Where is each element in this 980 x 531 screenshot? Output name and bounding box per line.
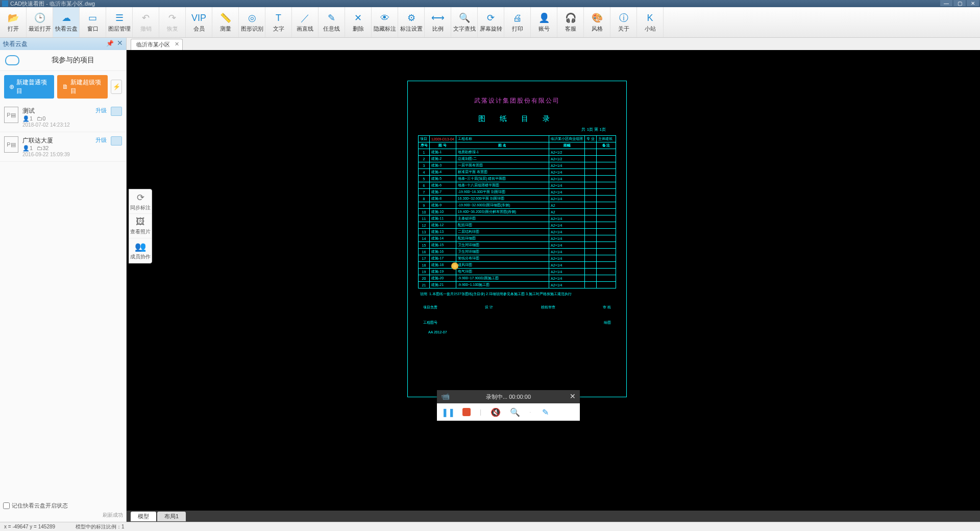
canvas[interactable]: 武落设计集团股份有限公司 图 纸 目 录 共 1页 第 1页 项目12009-D… — [127, 50, 980, 511]
refresh-status: 刷新成功 — [3, 512, 123, 519]
tool-delete[interactable]: ✕删除 — [345, 7, 372, 37]
screen-recorder[interactable]: 📹 录制中... 00:00:00 ✕ ❚❚ | 🔇 🔍 · ✎ — [437, 390, 580, 421]
new-super-project-button[interactable]: 🗎 新建超级项目 — [57, 75, 108, 99]
maximize-button[interactable]: ▢ — [953, 0, 966, 6]
window-controls: — ▢ ✕ — [940, 0, 979, 6]
upgrade-link[interactable]: 升级 — [95, 136, 107, 144]
tool-shaperec[interactable]: ◎图形识别 — [239, 7, 265, 37]
tool-about[interactable]: ⓘ关于 — [610, 7, 637, 37]
sidebar-title: 快看云盘 — [3, 40, 28, 49]
close-button[interactable]: ✕ — [967, 0, 979, 6]
cloud-projects-header: 我参与的项目 — [0, 50, 126, 71]
recorder-close-icon[interactable]: ✕ — [570, 392, 576, 400]
document-tabs: 临沂市某小区 ✕ — [127, 38, 980, 50]
titlebar: CAD快速看图 - 临沂市某小区.dwg — ▢ ✕ — [0, 0, 980, 7]
line-icon: ／ — [299, 12, 311, 24]
tab-close-icon[interactable]: ✕ — [175, 41, 179, 47]
tool-site[interactable]: K小站 — [637, 7, 664, 37]
tool-freeline[interactable]: ✎任意线 — [318, 7, 345, 37]
canvas-wrap: 临沂市某小区 ✕ 武落设计集团股份有限公司 图 纸 目 录 共 1页 第 1页 … — [127, 38, 980, 522]
account-icon: 👤 — [538, 12, 550, 24]
tool-window[interactable]: ▭窗口 — [80, 7, 106, 37]
delete-icon: ✕ — [352, 12, 364, 24]
float-photo[interactable]: 🖼查看照片 — [129, 214, 152, 238]
tool-account[interactable]: 👤账号 — [531, 7, 557, 37]
tool-scale[interactable]: ⟷比例 — [425, 7, 451, 37]
tool-hidemark[interactable]: 👁隐藏标注 — [372, 7, 398, 37]
statusbar: x = -49647 y = 145289 模型中的标注比例：1 — [0, 522, 980, 531]
freeline-icon: ✎ — [326, 12, 338, 24]
project-item[interactable]: P▤ 测试 👤1🗀0 2018-07-02 14:23:12 升级 — [0, 103, 126, 132]
open-icon: 📂 — [7, 12, 19, 24]
signature-row: 项目负责 设 计 校核审查 审 核 — [423, 305, 611, 310]
sidebar-close-icon[interactable]: ✕ — [117, 39, 123, 47]
layout-tab-0[interactable]: 模型 — [131, 512, 156, 521]
layer-icon: ☰ — [113, 12, 126, 24]
remember-checkbox-label[interactable]: 记住快看云盘开启状态 — [3, 502, 123, 510]
project-item[interactable]: P▤ 广联达大厦 👤1🗀32 2016-09-22 15:09:39 升级 — [0, 132, 126, 162]
doc-tab[interactable]: 临沂市某小区 ✕ — [131, 39, 183, 50]
drawing-footer-meta: 工程图号 绘图 — [423, 320, 611, 325]
pen-button[interactable]: ✎ — [540, 407, 550, 417]
upgrade-link[interactable]: 升级 — [95, 107, 107, 114]
float-tools: ⟳同步标注🖼查看照片👥成员协作 — [129, 189, 152, 263]
cloud-icon — [5, 55, 19, 65]
tool-line[interactable]: ／画直线 — [292, 7, 318, 37]
sync-icon: ⟳ — [137, 192, 144, 203]
mute-button[interactable]: 🔇 — [491, 407, 501, 417]
new-normal-project-button[interactable]: ⊕ 新建普通项目 — [4, 75, 54, 99]
tool-undo[interactable]: ↶撤销 — [133, 7, 159, 37]
sidebar: 快看云盘 📌 ✕ 我参与的项目 ⊕ 新建普通项目 🗎 新建超级项目 ⚡ P▤ 测… — [0, 38, 127, 522]
remember-checkbox[interactable] — [3, 502, 10, 509]
tool-print[interactable]: 🖨打印 — [504, 7, 531, 37]
refresh-button[interactable]: ⚡ — [111, 80, 122, 94]
tool-recent[interactable]: 🕒最近打开 — [27, 7, 53, 37]
scale-icon: ⟷ — [432, 12, 444, 24]
tool-clouddisk[interactable]: ☁快看云盘 — [53, 7, 80, 37]
measure-icon: 📏 — [219, 12, 232, 24]
tool-service[interactable]: 🎧客服 — [557, 7, 584, 37]
tool-style[interactable]: 🎨风格 — [584, 7, 610, 37]
tool-open[interactable]: 📂打开 — [0, 7, 27, 37]
sidebar-header: 快看云盘 📌 ✕ — [0, 38, 126, 50]
pause-button[interactable]: ❚❚ — [443, 407, 453, 417]
layout-tab-1[interactable]: 布局1 — [157, 512, 186, 521]
float-collab[interactable]: 👥成员协作 — [129, 238, 152, 263]
drawing-sheet: 武落设计集团股份有限公司 图 纸 目 录 共 1页 第 1页 项目12009-D… — [407, 81, 627, 397]
layout-tabs: 模型布局1 — [127, 511, 980, 522]
pin-icon[interactable]: 📌 — [106, 40, 114, 47]
tool-marksetting[interactable]: ⚙标注设置 — [398, 7, 425, 37]
tool-layer[interactable]: ☰图层管理 — [106, 7, 133, 37]
app-icon — [2, 1, 8, 7]
site-icon: K — [644, 12, 656, 24]
float-sync[interactable]: ⟳同步标注 — [129, 189, 152, 214]
window-icon: ▭ — [87, 12, 99, 24]
style-icon: 🎨 — [591, 12, 603, 24]
tool-vip[interactable]: VIP会员 — [186, 7, 212, 37]
service-icon: 🎧 — [565, 12, 577, 24]
my-projects-label: 我参与的项目 — [24, 56, 121, 65]
tool-text[interactable]: T文字 — [265, 7, 292, 37]
rotate-icon: ⟳ — [485, 12, 497, 24]
text-icon: T — [273, 12, 285, 24]
recorder-header[interactable]: 📹 录制中... 00:00:00 ✕ — [437, 390, 580, 403]
drawing-subtitle: 共 1页 第 1页 — [408, 127, 606, 132]
recorder-status: 录制中... 00:00:00 — [486, 393, 531, 401]
drawing-notes: 说明 1.本图纸一套共计27张图纸(含目录) 2.详细说明参见各施工图 3.施工… — [420, 292, 614, 297]
drawing-code: AA 2012-07 — [428, 330, 626, 334]
sidebar-footer: 记住快看云盘开启状态 刷新成功 — [0, 499, 126, 522]
stop-button[interactable] — [462, 408, 471, 416]
tool-findtext[interactable]: 🔍文字查找 — [451, 7, 478, 37]
project-icon: P▤ — [4, 107, 18, 123]
recorder-controls: ❚❚ | 🔇 🔍 · ✎ — [437, 403, 580, 421]
tool-rotate[interactable]: ⟳屏幕旋转 — [478, 7, 504, 37]
folder-button[interactable] — [111, 107, 122, 116]
zoom-button[interactable]: 🔍 — [510, 407, 520, 417]
tool-measure[interactable]: 📏测量 — [212, 7, 239, 37]
scale-info: 模型中的标注比例：1 — [76, 523, 125, 530]
cursor-hint-dot — [451, 262, 458, 270]
tool-redo[interactable]: ↷恢复 — [159, 7, 186, 37]
minimize-button[interactable]: — — [940, 0, 952, 6]
project-buttons-row: ⊕ 新建普通项目 🗎 新建超级项目 ⚡ — [0, 71, 126, 103]
folder-button[interactable] — [111, 136, 122, 146]
